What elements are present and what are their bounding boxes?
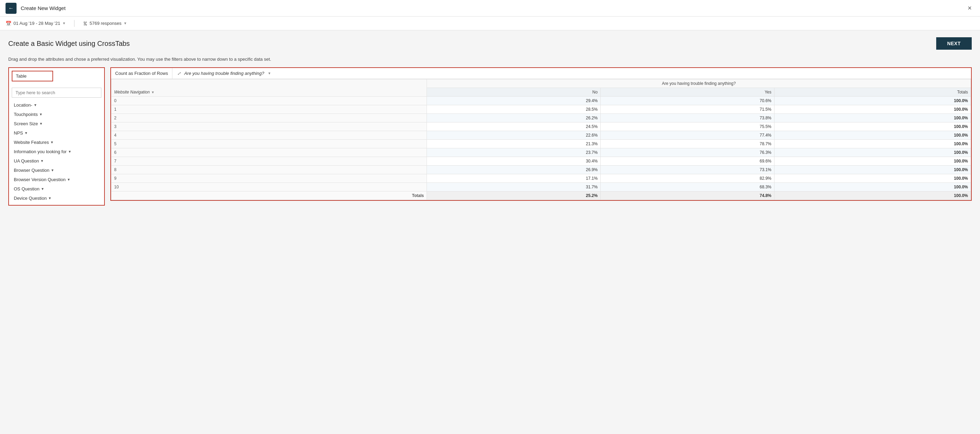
row-label: 8 <box>111 166 427 174</box>
column-question-chevron: ▼ <box>267 72 271 75</box>
table-row: 8 26.9% 73.1% 100.0% <box>111 166 971 174</box>
widget-type-selector[interactable]: Table <box>12 71 53 81</box>
row-no: 21.3% <box>427 140 601 148</box>
row-label: 10 <box>111 183 427 191</box>
crosstab-body: 0 29.4% 70.6% 100.0% 1 28.5% 71.5% 100.0… <box>111 97 971 200</box>
attribute-label: Browser Question <box>14 168 49 173</box>
attribute-item[interactable]: Browser Question▼ <box>12 166 101 174</box>
next-button[interactable]: NEXT <box>936 37 972 49</box>
responses-item[interactable]: ⛕ 5769 responses ▼ <box>83 21 127 26</box>
row-yes: 70.6% <box>601 97 775 105</box>
attribute-item[interactable]: UA Question▼ <box>12 157 101 165</box>
sub-header-divider <box>74 20 75 27</box>
page-description: Drag and drop the attributes and chose a… <box>0 57 980 67</box>
right-panel: Count as Fraction of Rows ⤢ Are you havi… <box>110 67 972 201</box>
back-button[interactable]: ← <box>6 3 17 14</box>
attribute-label: Website Features <box>14 140 49 145</box>
column-question-selector[interactable]: ⤢ Are you having trouble finding anythin… <box>172 68 971 79</box>
attribute-item[interactable]: Information you looking for▼ <box>12 148 101 156</box>
col-header-row: Website Navigation ▼ Are you having trou… <box>111 79 971 88</box>
attribute-item[interactable]: Browser Version Question▼ <box>12 176 101 183</box>
row-no: 30.4% <box>427 157 601 166</box>
col-yes: Yes <box>601 88 775 97</box>
dropdown-arrow-icon: ▼ <box>68 150 72 153</box>
row-yes: 73.1% <box>601 166 775 174</box>
search-container <box>12 88 101 97</box>
column-question-label: Are you having trouble finding anything? <box>184 71 264 76</box>
table-row: 2 26.2% 73.8% 100.0% <box>111 114 971 123</box>
row-yes: 78.7% <box>601 140 775 148</box>
table-row: 9 17.1% 82.9% 100.0% <box>111 174 971 183</box>
row-totals: 100.0% <box>775 174 971 183</box>
close-icon: × <box>967 4 972 12</box>
row-nav-dropdown[interactable]: Website Navigation ▼ <box>114 90 424 94</box>
table-row: 6 23.7% 76.3% 100.0% <box>111 148 971 157</box>
close-button[interactable]: × <box>965 3 974 13</box>
attribute-item[interactable]: Device Question▼ <box>12 194 101 202</box>
attribute-item[interactable]: NPS▼ <box>12 129 101 137</box>
totals-totals: 100.0% <box>775 191 971 200</box>
row-yes: 69.6% <box>601 157 775 166</box>
row-no: 26.2% <box>427 114 601 123</box>
attribute-item[interactable]: Website Features▼ <box>12 138 101 146</box>
row-nav-header: Website Navigation ▼ <box>111 79 427 97</box>
row-no: 28.5% <box>427 105 601 114</box>
content-layout: Table Location-▼Touchpoints▼Screen Size▼… <box>0 67 980 214</box>
attribute-label: Device Question <box>14 196 46 201</box>
row-yes: 73.8% <box>601 114 775 123</box>
attribute-item[interactable]: Location-▼ <box>12 101 101 109</box>
totals-no: 25.2% <box>427 191 601 200</box>
responses-chevron-icon: ▼ <box>123 21 127 25</box>
row-label: 9 <box>111 174 427 183</box>
row-no: 24.5% <box>427 123 601 131</box>
search-input[interactable] <box>12 88 101 97</box>
dropdown-arrow-icon: ▼ <box>39 122 43 126</box>
totals-row: Totals 25.2% 74.8% 100.0% <box>111 191 971 200</box>
filter-icon: ⛕ <box>83 21 88 26</box>
header-bar: ← Create New Widget × <box>0 0 980 16</box>
dropdown-arrow-icon: ▼ <box>40 159 44 163</box>
row-totals: 100.0% <box>775 105 971 114</box>
table-row: 1 28.5% 71.5% 100.0% <box>111 105 971 114</box>
attribute-item[interactable]: OS Question▼ <box>12 185 101 193</box>
dialog-title: Create New Widget <box>21 5 965 11</box>
attribute-item[interactable]: Touchpoints▼ <box>12 110 101 118</box>
row-no: 23.7% <box>427 148 601 157</box>
row-no: 26.9% <box>427 166 601 174</box>
dropdown-arrow-icon: ▼ <box>50 140 54 144</box>
expand-icon: ⤢ <box>177 71 181 76</box>
row-label: 7 <box>111 157 427 166</box>
totals-label: Totals <box>111 191 427 200</box>
row-question-chevron: ▼ <box>151 90 154 94</box>
date-range-item[interactable]: 📅 01 Aug '19 - 28 May '21 ▼ <box>6 21 66 26</box>
row-no: 17.1% <box>427 174 601 183</box>
row-label: 2 <box>111 114 427 123</box>
main-container: Create a Basic Widget using CrossTabs NE… <box>0 30 980 434</box>
attribute-label: Location- <box>14 102 32 108</box>
row-yes: 77.4% <box>601 131 775 140</box>
attribute-item[interactable]: Screen Size▼ <box>12 120 101 128</box>
row-label: 0 <box>111 97 427 105</box>
col-span-header: Are you having trouble finding anything? <box>427 79 971 88</box>
fraction-selector[interactable]: Count as Fraction of Rows <box>111 68 172 79</box>
table-row: 3 24.5% 75.5% 100.0% <box>111 123 971 131</box>
title-bar: Create a Basic Widget using CrossTabs NE… <box>0 30 980 57</box>
row-no: 29.4% <box>427 97 601 105</box>
dropdown-arrow-icon: ▼ <box>24 131 28 135</box>
responses-text: 5769 responses <box>90 21 122 26</box>
calendar-icon: 📅 <box>6 21 11 26</box>
attribute-label: Browser Version Question <box>14 177 65 182</box>
row-no: 22.6% <box>427 131 601 140</box>
row-label: 5 <box>111 140 427 148</box>
row-no: 31.7% <box>427 183 601 191</box>
dropdown-arrow-icon: ▼ <box>39 112 42 116</box>
row-label: 6 <box>111 148 427 157</box>
row-totals: 100.0% <box>775 97 971 105</box>
left-panel: Table Location-▼Touchpoints▼Screen Size▼… <box>8 67 105 206</box>
col-totals: Totals <box>775 88 971 97</box>
row-totals: 100.0% <box>775 114 971 123</box>
row-totals: 100.0% <box>775 148 971 157</box>
row-yes: 82.9% <box>601 174 775 183</box>
page-title: Create a Basic Widget using CrossTabs <box>8 40 130 48</box>
attribute-label: UA Question <box>14 158 39 164</box>
